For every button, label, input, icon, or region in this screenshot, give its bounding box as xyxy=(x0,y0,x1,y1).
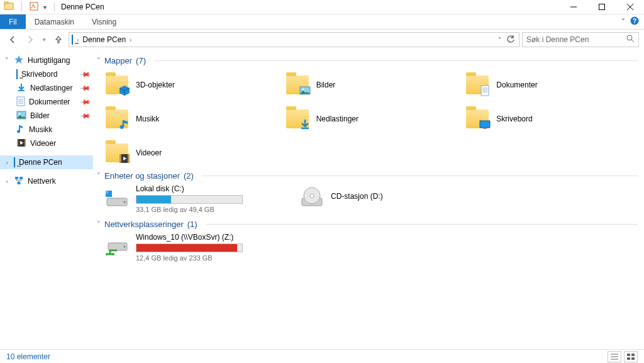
hard-drive-icon xyxy=(104,186,130,211)
svg-rect-23 xyxy=(19,177,23,179)
downloads-icon xyxy=(16,82,26,94)
qat-divider xyxy=(21,2,22,12)
folder-label: Bilder xyxy=(316,81,336,89)
address-dropdown-icon[interactable]: ˅ xyxy=(498,36,501,43)
chevron-down-icon: ˅ xyxy=(97,172,101,180)
tab-view[interactable]: Visning xyxy=(83,14,125,29)
qat-dropdown-icon[interactable]: ▾ xyxy=(43,4,47,11)
tree-label: Videoer xyxy=(30,139,56,148)
svg-text:?: ? xyxy=(633,18,636,25)
svg-point-48 xyxy=(112,253,114,255)
sidebar-item-pictures[interactable]: Bilder 📌 xyxy=(0,109,93,123)
pictures-icon xyxy=(16,111,26,121)
tab-computer[interactable]: Datamaskin xyxy=(26,14,83,29)
help-icon[interactable]: ? xyxy=(630,16,639,27)
group-count: (1) xyxy=(187,220,197,229)
sidebar-item-desktop[interactable]: Skrivebord 📌 xyxy=(0,67,93,81)
recent-locations-icon[interactable]: ▾ xyxy=(43,36,46,43)
group-header-network[interactable]: ˅ Nettverksplasseringer (1) xyxy=(97,220,638,229)
tree-label: Hurtigtilgang xyxy=(28,56,70,65)
drive-free-text: 12,4 GB ledig av 233 GB xyxy=(136,254,243,262)
optical-drive-icon xyxy=(299,186,325,211)
folder-videos[interactable]: Videoer xyxy=(97,137,277,169)
desktop-icon xyxy=(465,106,490,131)
folder-music[interactable]: Musikk xyxy=(97,103,277,135)
svg-point-17 xyxy=(19,113,21,114)
tree-label: Dokumenter xyxy=(29,98,70,106)
tree-this-pc[interactable]: › Denne PCen xyxy=(0,155,93,169)
svg-point-44 xyxy=(310,194,314,198)
address-bar[interactable]: › Denne PCen › ˅ xyxy=(69,32,519,47)
svg-rect-34 xyxy=(483,128,487,129)
group-title: Enheter og stasjoner xyxy=(104,171,180,181)
documents-icon xyxy=(465,72,490,98)
folder-documents[interactable]: Dokumenter xyxy=(457,69,638,101)
sidebar-item-downloads[interactable]: Nedlastinger 📌 xyxy=(0,81,93,95)
drive-network-z[interactable]: Windows_10 (\\VBoxSvr) (Z:) 12,4 GB ledi… xyxy=(97,233,273,262)
this-pc-icon xyxy=(14,158,15,167)
downloads-icon xyxy=(285,106,310,131)
breadcrumb-this-pc[interactable]: Denne PCen xyxy=(82,35,126,44)
refresh-button[interactable] xyxy=(506,35,515,45)
videos-icon xyxy=(104,140,130,165)
folder-desktop[interactable]: Skrivebord xyxy=(457,103,638,135)
svg-point-47 xyxy=(106,253,108,255)
svg-rect-20 xyxy=(17,139,18,147)
drive-name: Lokal disk (C:) xyxy=(136,184,243,193)
svg-rect-41 xyxy=(106,191,109,194)
tree-label: Denne PCen xyxy=(19,158,62,167)
content-pane: ˅ Mapper (7) 3D-objekter Bilder Dokument… xyxy=(93,50,644,349)
properties-icon[interactable] xyxy=(30,2,38,13)
drive-optical-d[interactable]: CD-stasjon (D:) xyxy=(292,184,468,213)
chevron-down-icon[interactable]: ˅ xyxy=(4,57,10,65)
pin-icon: 📌 xyxy=(79,96,91,108)
sidebar-item-videos[interactable]: Videoer xyxy=(0,137,93,150)
svg-point-18 xyxy=(17,130,20,133)
explorer-app-icon xyxy=(4,1,14,13)
folder-3d-objects[interactable]: 3D-objekter xyxy=(97,69,277,101)
navigation-bar: ▾ › Denne PCen › ˅ Søk i Denne PCen xyxy=(0,30,644,50)
sidebar-item-documents[interactable]: Dokumenter 📌 xyxy=(0,95,93,109)
sidebar-item-music[interactable]: Musikk xyxy=(0,123,93,137)
drive-local-c[interactable]: Lokal disk (C:) 33,1 GB ledig av 49,4 GB xyxy=(97,184,273,213)
tree-label: Musikk xyxy=(29,125,52,134)
search-input[interactable]: Søk i Denne PCen xyxy=(522,32,639,47)
group-title: Mapper xyxy=(104,56,132,65)
group-header-drives[interactable]: ˅ Enheter og stasjoner (2) xyxy=(97,171,638,181)
drive-usage-bar xyxy=(136,195,243,204)
forward-button xyxy=(25,35,35,45)
svg-rect-33 xyxy=(480,121,490,128)
chevron-right-icon[interactable]: › xyxy=(4,177,10,185)
group-header-folders[interactable]: ˅ Mapper (7) xyxy=(97,56,638,65)
pin-icon: 📌 xyxy=(79,82,91,94)
svg-point-9 xyxy=(627,35,632,40)
music-icon xyxy=(16,124,25,136)
documents-icon xyxy=(16,96,25,108)
close-button[interactable] xyxy=(616,0,644,14)
search-placeholder: Søk i Denne PCen xyxy=(526,35,589,44)
folder-downloads[interactable]: Nedlastinger xyxy=(277,103,458,135)
details-view-button[interactable] xyxy=(608,351,621,362)
drive-usage-bar xyxy=(136,243,243,252)
tree-label: Bilder xyxy=(30,111,50,120)
folder-pictures[interactable]: Bilder xyxy=(277,69,458,101)
group-count: (7) xyxy=(136,56,146,65)
svg-point-31 xyxy=(120,125,124,129)
tree-quick-access[interactable]: ˅ Hurtigtilgang xyxy=(0,53,93,67)
svg-rect-27 xyxy=(481,86,489,96)
tree-network[interactable]: › Nettverk xyxy=(0,174,93,188)
breadcrumb-separator-icon[interactable]: › xyxy=(77,36,79,43)
minimize-button[interactable] xyxy=(559,0,587,14)
maximize-button[interactable] xyxy=(587,0,616,14)
folder-label: 3D-objekter xyxy=(136,81,175,89)
star-icon xyxy=(14,55,24,67)
tree-label: Nettverk xyxy=(28,177,56,186)
back-button[interactable] xyxy=(8,35,18,45)
tab-file[interactable]: Fil xyxy=(0,14,26,29)
breadcrumb-separator-icon[interactable]: › xyxy=(130,36,131,43)
videos-icon xyxy=(16,138,26,149)
large-icons-view-button[interactable] xyxy=(624,351,638,362)
up-button[interactable] xyxy=(53,35,64,45)
chevron-right-icon[interactable]: › xyxy=(4,159,10,166)
ribbon-collapse-icon[interactable]: ˅ xyxy=(621,18,625,26)
